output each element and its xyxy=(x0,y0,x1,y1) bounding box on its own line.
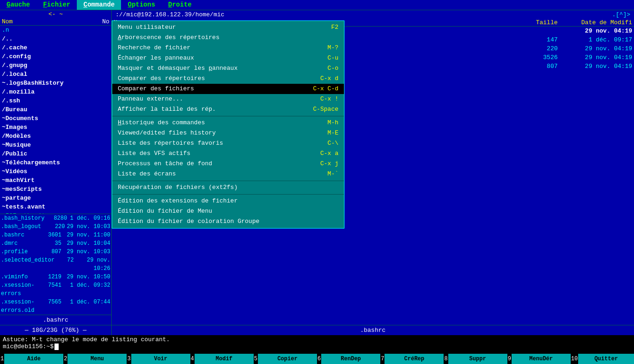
fkey-9[interactable]: 9 MenuDér xyxy=(507,354,571,364)
list-item[interactable]: ~mesScripts xyxy=(0,185,111,194)
item-shortcut: C-x j xyxy=(320,159,338,169)
col-taille: Taille xyxy=(520,19,558,26)
fkey-1[interactable]: 1 Aide xyxy=(0,354,63,364)
left-bottom-row[interactable]: .bashrc360129 nov. 11:00 xyxy=(0,231,111,239)
dropdown-section-3: Récupération de fichiers (ext2fs) xyxy=(112,181,344,195)
menu-droite[interactable]: Droite xyxy=(162,0,198,10)
left-bottom-row[interactable]: .bash_history82801 déc. 09:16 xyxy=(0,214,111,222)
menu-options[interactable]: Options xyxy=(121,0,162,10)
dropdown-item-edition-ext[interactable]: Édition des extensions de fichier xyxy=(112,196,344,206)
content-area: <- ~ Nom No .n /.. /.cache /.config /.gn… xyxy=(0,10,634,335)
fkey-label-2: Menu xyxy=(67,354,127,364)
col-nom-left: Nom xyxy=(2,18,102,25)
item-label: Afficher la taille des rép. xyxy=(118,105,216,114)
dropdown-item-echanger[interactable]: Échanger les panneaux C-u xyxy=(112,53,344,63)
dropdown-item-favoris[interactable]: Liste des répertoires favoris C-\ xyxy=(112,138,344,148)
dropdown-item-panneau-externe[interactable]: Panneau externe... C-x ! xyxy=(112,94,344,104)
list-item[interactable]: /.gnupg xyxy=(0,61,111,70)
item-label: Liste des répertoires favoris xyxy=(118,139,223,148)
dropdown-section-2: Historique des commandes M-h Viewed/edit… xyxy=(112,116,344,181)
left-file-list: .n /.. /.cache /.config /.gnupg /.local … xyxy=(0,26,111,214)
col-date-modif: Date de Modifi xyxy=(558,19,632,26)
list-item[interactable]: /.ssh xyxy=(0,96,111,105)
dropdown-item-viewed[interactable]: Viewed/edited files history M-E xyxy=(112,128,344,138)
item-shortcut: C-Space xyxy=(313,105,338,114)
dropdown-item-ecrans[interactable]: Liste des écrans M-` xyxy=(112,169,344,179)
item-shortcut: M-h xyxy=(328,118,338,128)
list-item[interactable]: /.config xyxy=(0,52,111,61)
dropdown-item-afficher-taille[interactable]: Afficher la taille des rép. C-Space xyxy=(112,104,344,115)
dropdown-section-4: Édition des extensions de fichier Éditio… xyxy=(112,195,344,228)
fkey-2[interactable]: 2 Menu xyxy=(63,354,127,364)
fkey-num-3: 3 xyxy=(127,356,131,362)
list-item[interactable]: /.. xyxy=(0,34,111,43)
dropdown-item-comparer-rep[interactable]: Comparer des répertoires C-x d xyxy=(112,74,344,84)
dropdown-item-arborescence[interactable]: Arborescence des répertoires xyxy=(112,33,344,43)
fkey-6[interactable]: 6 RenDep xyxy=(317,354,380,364)
left-bottom-row[interactable]: .profile80729 nov. 10:03 xyxy=(0,248,111,256)
fkey-label-9: MenuDér xyxy=(512,354,571,364)
list-item[interactable]: ~Téléchargements xyxy=(0,158,111,167)
menu-commande[interactable]: Commande xyxy=(77,0,121,10)
list-item[interactable]: ~partage xyxy=(0,194,111,202)
list-item[interactable]: ~Musique xyxy=(0,141,111,149)
dropdown-item-vfs[interactable]: Liste des VFS actifs C-x a xyxy=(112,148,344,159)
fkey-num-1: 1 xyxy=(0,356,4,362)
item-label: Panneau externe... xyxy=(118,94,183,104)
list-item[interactable]: ~Documents xyxy=(0,114,111,123)
item-label: Liste des écrans xyxy=(118,169,176,179)
dropdown-item-historique[interactable]: Historique des commandes M-h xyxy=(112,118,344,128)
item-label: Viewed/edited files history xyxy=(118,128,216,138)
fkey-4[interactable]: 4 Modif xyxy=(190,354,254,364)
left-bottom-row[interactable]: .bash_logout22029 nov. 10:03 xyxy=(0,222,111,231)
fkey-label-7: CréRep xyxy=(384,354,444,364)
fkey-label-10: Quitter xyxy=(578,354,634,364)
fkey-10[interactable]: 10 Quitter xyxy=(571,354,634,364)
fkey-label-8: Suppr xyxy=(448,354,507,364)
item-shortcut: F2 xyxy=(331,23,338,32)
list-item[interactable]: /Bureau xyxy=(0,105,111,114)
list-item[interactable]: ~tests.avant xyxy=(0,202,111,211)
item-shortcut: M-E xyxy=(328,128,338,138)
prompt-line: mic@deb1156:~$ xyxy=(3,343,631,350)
dropdown-item-recuperation[interactable]: Récupération de fichiers (ext2fs) xyxy=(112,182,344,193)
menu-gauche[interactable]: Gauche xyxy=(0,0,36,10)
dropdown-item-menu-utilisateur[interactable]: Menu utilisateur F2 xyxy=(112,22,344,33)
item-shortcut: C-x a xyxy=(320,149,338,158)
left-bottom-row[interactable]: .dmrc3529 nov. 10:04 xyxy=(0,239,111,248)
item-label: Historique des commandes xyxy=(118,118,205,128)
list-item[interactable]: ~machVirt xyxy=(0,176,111,185)
left-bottom-row[interactable]: .viminfo121929 nov. 10:50 xyxy=(0,273,111,281)
fkey-8[interactable]: 8 Suppr xyxy=(444,354,507,364)
list-item[interactable]: /Modèles xyxy=(0,132,111,141)
list-item[interactable]: /.cache xyxy=(0,43,111,52)
fkey-5[interactable]: 5 Copier xyxy=(254,354,317,364)
item-label: Arborescence des répertoires xyxy=(118,33,219,42)
dropdown-item-edition-color[interactable]: Édition du fichier de coloration Groupe xyxy=(112,216,344,227)
list-item[interactable]: ~.logsBashHistory xyxy=(0,79,111,88)
fkey-3[interactable]: 3 Voir xyxy=(127,354,190,364)
left-bottom-row[interactable]: .xsession-errors75411 déc. 09:32 xyxy=(0,281,111,298)
fkey-num-6: 6 xyxy=(317,356,321,362)
dropdown-item-processus[interactable]: Processus en tâche de fond C-x j xyxy=(112,159,344,169)
left-bottom-row[interactable]: .xsession-errors.old75651 déc. 07:44 xyxy=(0,298,111,315)
list-item[interactable]: /Public xyxy=(0,149,111,158)
dropdown-item-comparer-fich[interactable]: Comparer des fichiers C-x C-d xyxy=(112,84,344,94)
fkey-7[interactable]: 7 CréRep xyxy=(380,354,444,364)
list-item[interactable]: ~Vidéos xyxy=(0,167,111,176)
item-shortcut: C-\ xyxy=(328,139,338,148)
right-selected-bar: .bashrc xyxy=(112,325,634,335)
dropdown-item-masquer[interactable]: Masquer et démasquer les panneaux C-o xyxy=(112,63,344,74)
menu-fichier[interactable]: Fichier xyxy=(36,0,77,10)
list-item[interactable]: .n xyxy=(0,26,111,34)
left-bottom-row[interactable]: .selected_editor7229 nov. 10:26 xyxy=(0,256,111,273)
dropdown-item-recherche[interactable]: Recherche de fichier M-? xyxy=(112,43,344,53)
dropdown-item-edition-menu[interactable]: Édition du fichier de Menu xyxy=(112,206,344,216)
fkey-num-5: 5 xyxy=(254,356,258,362)
main-layout: Gauche Fichier Commande Options Droite <… xyxy=(0,0,634,364)
fkey-label-4: Modif xyxy=(195,354,254,364)
item-shortcut: C-u xyxy=(328,54,338,63)
list-item[interactable]: /.local xyxy=(0,70,111,79)
list-item[interactable]: ~Images xyxy=(0,123,111,132)
list-item[interactable]: /.mozilla xyxy=(0,88,111,96)
